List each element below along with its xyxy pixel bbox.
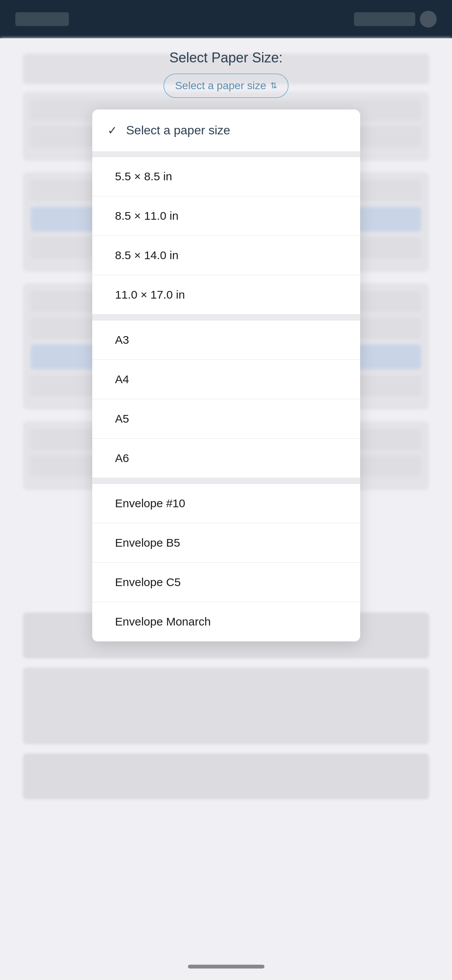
background-lower — [0, 612, 452, 808]
item-label: A6 — [115, 452, 129, 465]
top-navigation — [0, 0, 452, 38]
dropdown-selected-item[interactable]: ✓ Select a paper size — [92, 109, 360, 151]
item-label: 11.0 × 17.0 in — [115, 288, 185, 301]
list-item[interactable]: 8.5 × 11.0 in — [92, 196, 360, 236]
list-item[interactable]: 5.5 × 8.5 in — [92, 157, 360, 196]
group-separator-3 — [92, 478, 360, 483]
item-label: 8.5 × 11.0 in — [115, 209, 179, 222]
nav-right-area — [354, 11, 437, 28]
group-separator-1 — [92, 151, 360, 157]
nav-user-menu[interactable] — [354, 12, 415, 26]
item-label: A4 — [115, 373, 129, 386]
nav-logo — [15, 12, 69, 26]
list-item[interactable]: Envelope #10 — [92, 484, 360, 523]
list-item[interactable]: A5 — [92, 399, 360, 439]
select-label-area: Select Paper Size: Select a paper size ⇅ — [92, 50, 360, 98]
list-item[interactable]: 8.5 × 14.0 in — [92, 236, 360, 275]
list-item[interactable]: Envelope C5 — [92, 563, 360, 602]
iso-group: A3 A4 A5 A6 — [92, 320, 360, 478]
page-title: Select Paper Size: — [92, 50, 360, 66]
nav-avatar[interactable] — [420, 11, 437, 28]
item-label: 5.5 × 8.5 in — [115, 170, 172, 183]
item-label: 8.5 × 14.0 in — [115, 249, 179, 262]
checkmark-icon: ✓ — [108, 124, 117, 137]
item-label: Envelope B5 — [115, 536, 180, 549]
imperial-group: 5.5 × 8.5 in 8.5 × 11.0 in 8.5 × 14.0 in… — [92, 157, 360, 315]
list-item[interactable]: A3 — [92, 320, 360, 360]
item-label: Envelope Monarch — [115, 615, 211, 628]
item-label: Envelope #10 — [115, 497, 186, 510]
paper-size-trigger[interactable]: Select a paper size ⇅ — [163, 74, 288, 98]
paper-size-overlay: Select Paper Size: Select a paper size ⇅… — [92, 50, 360, 642]
list-item[interactable]: Envelope B5 — [92, 523, 360, 563]
list-item[interactable]: A4 — [92, 360, 360, 399]
list-item[interactable]: Envelope Monarch — [92, 602, 360, 641]
list-item[interactable]: 11.0 × 17.0 in — [92, 275, 360, 314]
group-separator-2 — [92, 315, 360, 320]
envelope-group: Envelope #10 Envelope B5 Envelope C5 Env… — [92, 483, 360, 642]
paper-size-dropdown: ✓ Select a paper size 5.5 × 8.5 in 8.5 ×… — [92, 109, 360, 642]
list-item[interactable]: A6 — [92, 439, 360, 478]
selected-item-label: Select a paper size — [126, 123, 230, 137]
item-label: Envelope C5 — [115, 576, 181, 589]
chevron-updown-icon: ⇅ — [270, 81, 277, 91]
trigger-label: Select a paper size — [175, 80, 266, 92]
home-indicator — [188, 965, 264, 969]
item-label: A3 — [115, 333, 129, 346]
item-label: A5 — [115, 412, 129, 425]
